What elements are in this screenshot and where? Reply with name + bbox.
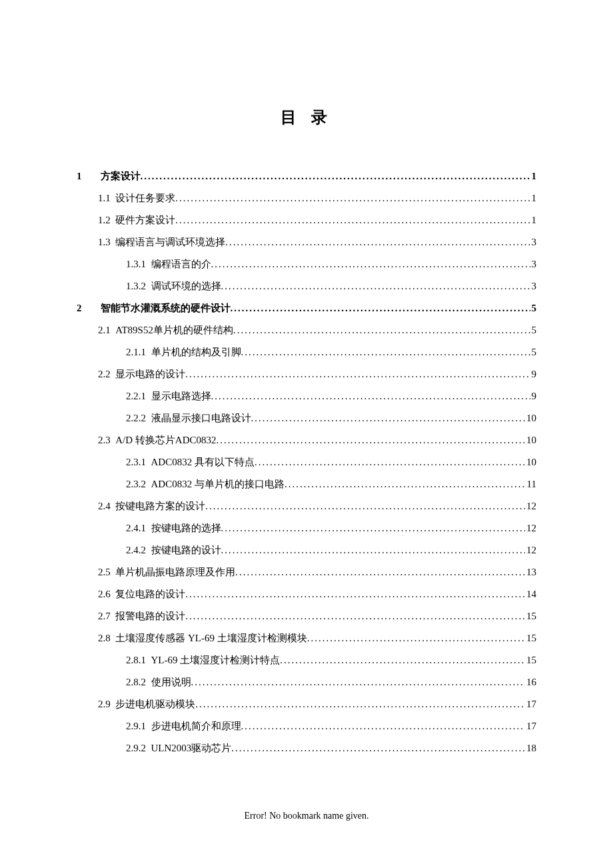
toc-entry-number: 2.9.2: [126, 737, 146, 759]
toc-entry-text: ADC0832 与单片机的接口电路: [151, 473, 285, 495]
toc-entry: 2.2显示电路的设计9: [77, 363, 536, 385]
toc-entry-page: 15: [525, 627, 536, 649]
toc-entry: 2.9.1步进电机简介和原理17: [77, 715, 536, 737]
toc-leader-dots: [211, 385, 530, 407]
toc-entry-page: 5: [530, 297, 537, 319]
toc-leader-dots: [255, 451, 525, 473]
toc-entry-number: 2.8: [98, 627, 111, 649]
toc-entry-page: 1: [530, 165, 537, 187]
toc-entry-number: 1.1: [98, 187, 111, 209]
toc-leader-dots: [185, 583, 525, 605]
toc-entry: 2.7报警电路的设计15: [77, 605, 536, 627]
toc-entry-page: 10: [525, 407, 536, 429]
toc-entry-page: 11: [526, 473, 536, 495]
toc-entry: 2.4.2按键电路的设计12: [77, 539, 536, 561]
toc-entry-text: 按键电路的选择: [151, 517, 221, 539]
toc-entry-text: 液晶显示接口电路设计: [151, 407, 251, 429]
toc-entry: 2.8.2使用说明16: [77, 671, 536, 693]
toc-entry: 2.6复位电路的设计14: [77, 583, 536, 605]
toc-entry-page: 12: [525, 495, 536, 517]
toc-entry-page: 9: [530, 363, 537, 385]
toc-entry: 2.2.1显示电路选择9: [77, 385, 536, 407]
toc-entry-number: 1.3.1: [126, 253, 146, 275]
toc-entry: 1.3.2调试环境的选择3: [77, 275, 536, 297]
toc-entry-number: 2.1.1: [126, 341, 146, 363]
toc-entry-page: 9: [530, 385, 537, 407]
toc-entry-text: 单片机晶振电路原理及作用: [115, 561, 235, 583]
toc-leader-dots: [233, 319, 530, 341]
toc-entry-number: 2.8.1: [126, 649, 146, 671]
toc-entry-number: 2.5: [98, 561, 111, 583]
toc-leader-dots: [241, 715, 526, 737]
toc-entry-text: 报警电路的设计: [115, 605, 185, 627]
toc-leader-dots: [251, 407, 526, 429]
toc-entry-page: 12: [525, 517, 536, 539]
toc-entry-page: 17: [525, 715, 536, 737]
toc-entry-number: 2.2.1: [126, 385, 146, 407]
toc-entry-number: 1.3.2: [126, 275, 146, 297]
toc-title: 目 录: [77, 107, 536, 128]
toc-entry: 2.4.1按键电路的选择12: [77, 517, 536, 539]
toc-entry: 2.3A/D 转换芯片ADC083210: [77, 429, 536, 451]
toc-entry-page: 15: [525, 649, 536, 671]
toc-entry-page: 13: [525, 561, 536, 583]
toc-entry-number: 2: [77, 297, 95, 319]
toc-entry-text: 智能节水灌溉系统的硬件设计: [101, 297, 231, 319]
toc-entry-number: 2.3.1: [126, 451, 146, 473]
toc-leader-dots: [241, 341, 530, 363]
toc-entry-text: 复位电路的设计: [115, 583, 185, 605]
toc-entry-number: 2.9.1: [126, 715, 146, 737]
toc-leader-dots: [231, 737, 525, 759]
toc-entry-text: 方案设计: [101, 165, 141, 187]
toc-entry-page: 1: [530, 209, 537, 231]
toc-leader-dots: [221, 275, 530, 297]
toc-entry-text: 步进电机驱动模块: [115, 693, 195, 715]
toc-entry-number: 2.4: [98, 495, 111, 517]
toc-leader-dots: [205, 495, 525, 517]
toc-entry-page: 12: [525, 539, 536, 561]
toc-leader-dots: [235, 561, 525, 583]
toc-entry-page: 3: [530, 231, 537, 253]
toc-entry-number: 2.3: [98, 429, 111, 451]
toc-leader-dots: [191, 671, 526, 693]
toc-leader-dots: [280, 649, 525, 671]
toc-leader-dots: [195, 693, 525, 715]
toc-entry-text: A/D 转换芯片ADC0832: [115, 429, 216, 451]
toc-entry-text: 步进电机简介和原理: [151, 715, 241, 737]
toc-entry-text: ULN2003驱动芯片: [151, 737, 232, 759]
toc-entry-text: 按键电路的设计: [151, 539, 221, 561]
toc-leader-dots: [221, 539, 526, 561]
toc-entry: 2.8土壤湿度传感器 YL-69 土壤湿度计检测模块15: [77, 627, 536, 649]
toc-entry-page: 5: [530, 341, 537, 363]
toc-entry-text: 土壤湿度传感器 YL-69 土壤湿度计检测模块: [115, 627, 307, 649]
toc-entry-text: 显示电路选择: [151, 385, 211, 407]
toc-entry-text: 单片机的结构及引脚: [151, 341, 241, 363]
toc-entry-number: 2.2.2: [126, 407, 146, 429]
toc-entry-page: 10: [525, 451, 536, 473]
toc-leader-dots: [141, 165, 530, 187]
toc-entry-page: 15: [525, 605, 536, 627]
toc-entry: 2.3.2ADC0832 与单片机的接口电路11: [77, 473, 536, 495]
toc-entry-text: 编程语言的介: [151, 253, 211, 275]
toc-entry-number: 2.9: [98, 693, 111, 715]
toc-entry-text: AT89S52单片机的硬件结构: [115, 319, 233, 341]
toc-entry: 2.3.1ADC0832 具有以下特点10: [77, 451, 536, 473]
toc-leader-dots: [221, 517, 526, 539]
toc-entry-text: 硬件方案设计: [115, 209, 175, 231]
toc-entry-page: 14: [525, 583, 536, 605]
toc-entry: 1.3.1编程语言的介3: [77, 253, 536, 275]
toc-entry-number: 2.6: [98, 583, 111, 605]
toc-entry-text: 使用说明: [151, 671, 191, 693]
toc-entry-text: ADC0832 具有以下特点: [151, 451, 255, 473]
toc-entry: 2.9步进电机驱动模块17: [77, 693, 536, 715]
toc-entry-text: 显示电路的设计: [115, 363, 185, 385]
toc-entry-number: 2.4.1: [126, 517, 146, 539]
toc-entry: 2.5单片机晶振电路原理及作用13: [77, 561, 536, 583]
toc-entry: 1.3编程语言与调试环境选择3: [77, 231, 536, 253]
toc-entry-page: 16: [525, 671, 536, 693]
toc-leader-dots: [285, 473, 526, 495]
toc-entry-page: 10: [525, 429, 536, 451]
toc-entry: 2.1AT89S52单片机的硬件结构5: [77, 319, 536, 341]
toc-entry: 2.4按键电路方案的设计12: [77, 495, 536, 517]
toc-entry-number: 2.7: [98, 605, 111, 627]
